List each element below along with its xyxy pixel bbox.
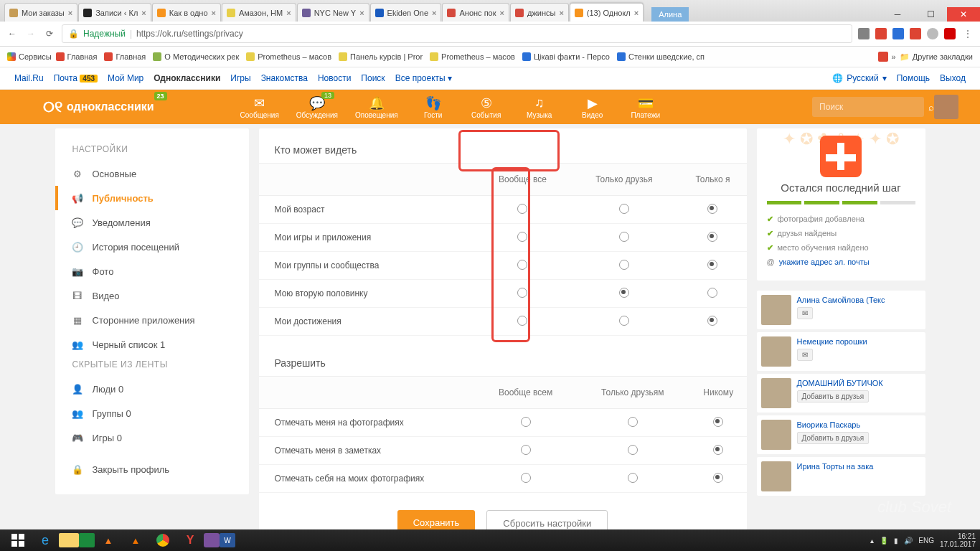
header-search[interactable]: ⌕ (812, 97, 924, 117)
nav-item[interactable]: ⑤События (468, 95, 504, 119)
browser-tab[interactable]: Анонс пок× (442, 3, 509, 22)
radio-option[interactable] (713, 445, 723, 455)
friend-action[interactable]: Добавить в друзья (797, 390, 870, 402)
radio-option[interactable] (517, 316, 527, 326)
radio-option[interactable] (707, 288, 717, 298)
sidebar-item[interactable]: 🎮Игры 0 (55, 425, 249, 450)
bookmark[interactable]: Панель курсів | Pror (339, 52, 423, 61)
bookmark[interactable]: Prometheus – масов (246, 52, 331, 61)
radio-option[interactable] (619, 232, 629, 242)
browser-tab[interactable]: джинсы× (510, 3, 569, 22)
sidebar-item[interactable]: 👥Черный список 1 (55, 332, 249, 357)
radio-option[interactable] (707, 316, 717, 326)
radio-option[interactable] (619, 260, 629, 270)
close-icon[interactable]: × (634, 9, 639, 17)
nav-item[interactable]: 💬Обсуждения13 (296, 95, 338, 119)
sidebar-item[interactable]: ⚙Основные (55, 161, 249, 186)
menu-button[interactable]: ⋮ (961, 29, 974, 39)
friend-card[interactable]: Ирина Торты на зака (757, 457, 925, 496)
friend-card[interactable]: Виорика ПаскарьДобавить в друзья (757, 415, 925, 454)
yandex-icon[interactable]: Y (176, 531, 204, 550)
friend-action[interactable]: Добавить в друзья (797, 432, 870, 444)
nav-item[interactable]: 💳Платежи (628, 95, 664, 119)
sidebar-item[interactable]: 🕘История посещений (55, 235, 249, 259)
bookmark[interactable]: Prometheus – масов (430, 52, 515, 61)
radio-option[interactable] (628, 445, 638, 455)
radio-option[interactable] (707, 260, 717, 270)
bookmark[interactable]: Главная (56, 52, 98, 61)
lang-indicator[interactable]: ENG (918, 537, 934, 545)
back-button[interactable]: ← (6, 29, 19, 39)
ie-icon[interactable]: e (32, 531, 59, 550)
sidebar-item[interactable]: 👥Группы 0 (55, 401, 249, 425)
radio-option[interactable] (707, 232, 717, 242)
radio-option[interactable] (521, 445, 531, 455)
allprojects-link[interactable]: Все проекты ▾ (395, 73, 452, 83)
network-icon[interactable]: ▮ (894, 537, 898, 545)
sidebar-item[interactable]: 📷Фото (55, 259, 249, 283)
battery-icon[interactable]: 🔋 (880, 537, 888, 545)
radio-option[interactable] (713, 417, 723, 427)
nav-item[interactable]: ♫Музыка (522, 95, 557, 119)
sidebar-item[interactable]: 📢Публичность (55, 186, 249, 210)
forward-button[interactable]: → (24, 29, 37, 39)
games-link[interactable]: Игры (230, 73, 250, 83)
search-icon[interactable]: ⌕ (928, 102, 934, 113)
ext-icon[interactable] (910, 28, 921, 39)
sidebar-item[interactable]: 🎞Видео (55, 283, 249, 308)
nav-item[interactable]: ▶Видео (575, 95, 611, 119)
radio-option[interactable] (517, 204, 527, 214)
maximize-button[interactable]: ☐ (914, 7, 947, 22)
friend-card[interactable]: Алина Самойлова (Текс✉ (757, 291, 925, 329)
radio-option[interactable] (619, 288, 629, 298)
news-link[interactable]: Новости (318, 73, 351, 83)
friend-action[interactable]: ✉ (797, 349, 813, 361)
close-icon[interactable]: × (500, 9, 504, 17)
radio-option[interactable] (521, 417, 531, 427)
radio-option[interactable] (517, 288, 527, 298)
mymir-link[interactable]: Мой Мир (108, 73, 143, 83)
clock[interactable]: 16:2117.01.2017 (940, 532, 976, 548)
nav-item[interactable]: 🔔Оповещения (355, 95, 398, 119)
store-icon[interactable] (79, 533, 95, 547)
browser-tab[interactable]: (13) Однокл× (570, 3, 644, 22)
browser-tab[interactable]: Ekiden One× (370, 3, 442, 22)
sidebar-item[interactable]: ▦Сторонние приложения (55, 308, 249, 332)
browser-tab[interactable]: Записи ‹ Кл× (78, 3, 151, 22)
url-field[interactable]: 🔒 Надежный | https://ok.ru/settings/priv… (62, 24, 852, 43)
close-icon[interactable]: × (359, 9, 364, 17)
close-icon[interactable]: × (212, 9, 216, 17)
exit-link[interactable]: Выход (940, 73, 966, 83)
other-bookmarks[interactable]: 📁Другие закладки (900, 52, 973, 62)
bookmark[interactable]: Цікаві факти - Персо (522, 52, 610, 61)
nav-item[interactable]: ✉Сообщения (240, 95, 279, 119)
volume-icon[interactable]: 🔊 (904, 537, 913, 545)
browser-tab[interactable]: Мои заказы× (4, 3, 77, 22)
close-icon[interactable]: × (432, 9, 436, 17)
adblock-icon[interactable] (944, 28, 956, 39)
sidebar-item[interactable]: 👤Люди 0 (55, 377, 249, 401)
minimize-button[interactable]: ─ (881, 7, 914, 22)
close-icon[interactable]: × (68, 9, 72, 17)
friend-action[interactable]: ✉ (797, 307, 813, 319)
close-icon[interactable]: × (286, 9, 291, 17)
avatar[interactable] (934, 95, 958, 119)
explorer-icon[interactable] (59, 533, 79, 547)
radio-option[interactable] (517, 260, 527, 270)
word-icon[interactable]: W (220, 533, 235, 547)
close-button[interactable]: ✕ (947, 7, 980, 22)
apps-shortcut[interactable]: Сервисы (7, 52, 52, 61)
friend-card[interactable]: Немецкие порошки✉ (757, 332, 925, 371)
tray-icon[interactable]: ▴ (870, 537, 874, 545)
radio-option[interactable] (517, 232, 527, 242)
reload-button[interactable]: ⟳ (43, 29, 56, 39)
search-link[interactable]: Поиск (361, 73, 385, 83)
search-input[interactable] (818, 101, 928, 113)
ext-icon[interactable] (858, 28, 870, 39)
radio-option[interactable] (521, 473, 531, 483)
radio-option[interactable] (628, 473, 638, 483)
bookmark[interactable]: О Методических рек (153, 52, 239, 61)
ok-logo[interactable]: ୦୧одноклассники23 (43, 98, 154, 116)
start-button[interactable] (4, 531, 32, 550)
ext-icon[interactable] (892, 28, 904, 39)
